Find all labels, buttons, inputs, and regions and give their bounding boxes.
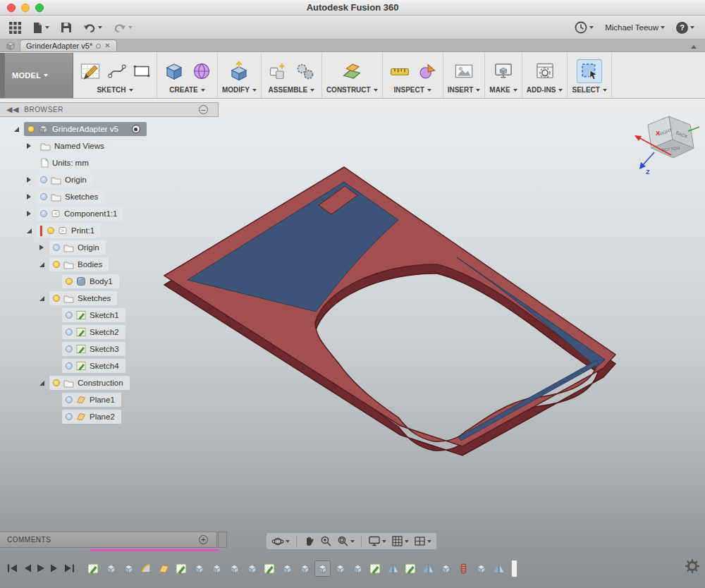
tab-close-icon[interactable]: ✕ bbox=[104, 42, 110, 49]
add-comment-icon[interactable]: + bbox=[199, 535, 208, 544]
visibility-bulb-icon[interactable] bbox=[27, 125, 35, 133]
timeline-feature-extrude-7[interactable] bbox=[191, 561, 207, 577]
expand-closed-icon[interactable] bbox=[39, 245, 44, 250]
timeline-feature-extrude-13[interactable] bbox=[297, 561, 313, 577]
browser-minimize-icon[interactable]: – bbox=[199, 105, 208, 114]
timeline-feature-extrude-3[interactable] bbox=[121, 561, 137, 577]
expand-open-icon[interactable] bbox=[27, 228, 32, 233]
job-status-button[interactable] bbox=[572, 20, 596, 35]
tree-item-units-mm[interactable]: Units: mm bbox=[0, 154, 219, 171]
tree-item-origin[interactable]: Origin bbox=[0, 171, 219, 188]
comments-bar[interactable]: COMMENTS + bbox=[0, 532, 217, 548]
undo-button[interactable] bbox=[81, 21, 104, 35]
visibility-bulb-icon[interactable] bbox=[40, 176, 47, 183]
comments-bar-extension[interactable] bbox=[218, 532, 227, 548]
measure-icon[interactable] bbox=[387, 60, 412, 82]
joint-icon[interactable] bbox=[293, 60, 317, 82]
pan-tool[interactable] bbox=[302, 534, 317, 548]
viewports-tool[interactable] bbox=[412, 534, 433, 548]
ribbon-group-label-insert[interactable]: INSERT bbox=[448, 86, 481, 94]
ribbon-group-label-select[interactable]: SELECT bbox=[572, 86, 606, 94]
create-form-icon[interactable] bbox=[190, 60, 213, 82]
tree-item-sketch1[interactable]: Sketch1 bbox=[0, 307, 219, 324]
visibility-bulb-icon[interactable] bbox=[66, 278, 73, 285]
scripts-addins-icon[interactable] bbox=[532, 60, 558, 82]
expand-open-icon[interactable] bbox=[14, 127, 19, 132]
ribbon-group-label-create[interactable]: CREATE bbox=[169, 86, 204, 94]
press-pull-icon[interactable] bbox=[226, 59, 252, 83]
timeline-feature-thread-22[interactable] bbox=[455, 561, 472, 577]
zoom-window-button[interactable] bbox=[35, 4, 44, 12]
visibility-bulb-icon[interactable] bbox=[40, 210, 47, 217]
visibility-bulb-icon[interactable] bbox=[66, 413, 73, 420]
workspace-switcher[interactable]: MODEL bbox=[0, 53, 73, 98]
visibility-bulb-icon[interactable] bbox=[66, 329, 73, 336]
create-sketch-icon[interactable] bbox=[78, 59, 103, 83]
new-body-icon[interactable] bbox=[161, 59, 187, 83]
step-forward-button[interactable] bbox=[50, 563, 59, 573]
rectangle-tool-icon[interactable] bbox=[131, 61, 152, 82]
close-window-button[interactable] bbox=[7, 4, 16, 12]
timeline-feature-mirror-20[interactable] bbox=[420, 561, 436, 577]
fit-view-tool[interactable] bbox=[336, 534, 356, 548]
ribbon-group-label-addins[interactable]: ADD-INS bbox=[527, 86, 563, 94]
timeline-feature-extrude-23[interactable] bbox=[473, 561, 489, 577]
new-component-icon[interactable] bbox=[266, 60, 290, 82]
redo-button[interactable] bbox=[111, 21, 135, 35]
timeline-feature-mirror-18[interactable] bbox=[385, 561, 401, 577]
file-menu-button[interactable] bbox=[30, 20, 51, 35]
ribbon-group-label-make[interactable]: MAKE bbox=[489, 86, 517, 94]
make-3d-print-icon[interactable] bbox=[491, 60, 516, 82]
browser-header[interactable]: ◀◀ BROWSER – bbox=[0, 102, 219, 117]
expand-open-icon[interactable] bbox=[39, 296, 44, 301]
expand-closed-icon[interactable] bbox=[27, 194, 31, 200]
timeline-feature-sketch-11[interactable] bbox=[262, 561, 278, 577]
visibility-bulb-icon[interactable] bbox=[53, 261, 60, 268]
select-tool-icon[interactable] bbox=[577, 59, 602, 83]
tree-item-sketches[interactable]: Sketches bbox=[0, 290, 219, 307]
activate-component-radio[interactable] bbox=[132, 125, 140, 133]
visibility-bulb-icon[interactable] bbox=[53, 379, 60, 386]
timeline-feature-plane-5[interactable] bbox=[156, 561, 172, 577]
play-button[interactable] bbox=[37, 563, 45, 573]
visibility-bulb-icon[interactable] bbox=[66, 396, 73, 403]
visibility-bulb-icon[interactable] bbox=[66, 312, 73, 319]
tree-item-component1-1[interactable]: Component1:1 bbox=[0, 205, 219, 222]
visibility-bulb-icon[interactable] bbox=[47, 227, 54, 234]
visibility-bulb-icon[interactable] bbox=[66, 362, 73, 369]
insert-image-icon[interactable] bbox=[451, 60, 477, 82]
minimize-window-button[interactable] bbox=[21, 4, 30, 12]
visibility-bulb-icon[interactable] bbox=[66, 345, 73, 353]
timeline-feature-fillet-4[interactable] bbox=[138, 561, 154, 577]
construction-plane-icon[interactable] bbox=[338, 59, 365, 83]
tree-item-named-views[interactable]: Named Views bbox=[0, 137, 219, 154]
tree-item-sketches[interactable]: Sketches bbox=[0, 188, 219, 205]
grid-settings-tool[interactable] bbox=[390, 534, 410, 548]
timeline-feature-mirror-24[interactable] bbox=[491, 561, 507, 577]
display-settings-tool[interactable] bbox=[367, 534, 388, 548]
user-account-button[interactable]: Michael Teeuw bbox=[603, 22, 667, 33]
tree-item-bodies[interactable]: Bodies bbox=[0, 256, 219, 273]
app-grid-menu-button[interactable] bbox=[7, 20, 23, 35]
timeline-feature-extrude-9[interactable] bbox=[226, 561, 243, 577]
tree-item-grinderadapter-v5[interactable]: GrinderAdapter v5 bbox=[0, 121, 219, 137]
visibility-bulb-icon[interactable] bbox=[53, 244, 60, 251]
toolbar-collapse-chevron[interactable] bbox=[691, 45, 697, 49]
timeline-feature-extrude-15[interactable] bbox=[332, 561, 348, 577]
tree-item-sketch4[interactable]: Sketch4 bbox=[0, 357, 219, 374]
ribbon-group-label-modify[interactable]: MODIFY bbox=[222, 86, 257, 94]
timeline-settings-gear-icon[interactable] bbox=[685, 558, 700, 574]
timeline-feature-extrude-2[interactable] bbox=[103, 561, 119, 577]
viewcube[interactable]: RIGHT BACK BOTTOM X Z bbox=[623, 107, 699, 178]
timeline-feature-sketch-6[interactable] bbox=[173, 561, 190, 577]
skip-to-start-button[interactable] bbox=[7, 563, 18, 573]
timeline-feature-extrude-14[interactable] bbox=[314, 561, 331, 577]
zoom-tool[interactable] bbox=[319, 534, 333, 548]
ribbon-group-label-inspect[interactable]: INSPECT bbox=[394, 86, 431, 94]
expand-closed-icon[interactable] bbox=[27, 177, 31, 183]
timeline-feature-sketch-17[interactable] bbox=[367, 561, 384, 577]
tree-item-construction[interactable]: Construction bbox=[0, 374, 219, 391]
timeline-feature-extrude-8[interactable] bbox=[209, 561, 225, 577]
browser-collapse-icon[interactable]: ◀◀ bbox=[6, 106, 19, 114]
timeline-position-marker[interactable] bbox=[511, 560, 517, 577]
